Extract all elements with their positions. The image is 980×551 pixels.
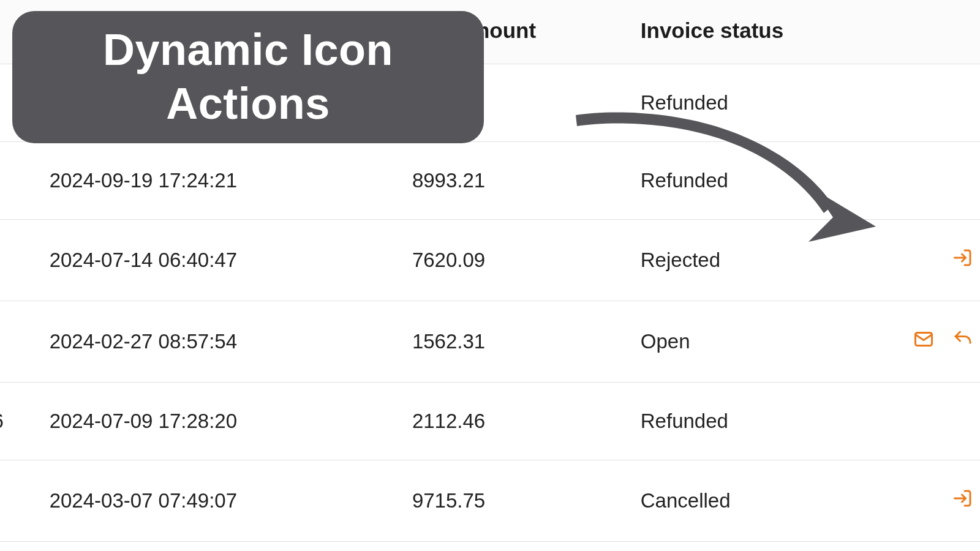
cell-actions	[857, 142, 980, 220]
cell-date: 2024-03-07 07:49:07	[37, 460, 400, 542]
cell-date: 2024-02-27 08:57:54	[37, 301, 400, 383]
table-row[interactable]: 48 2024-07-14 06:40:47 7620.09 Rejected	[0, 220, 980, 301]
cell-date: 2024-09-19 17:24:21	[37, 142, 400, 220]
cell-actions	[857, 220, 980, 301]
cell-actions	[857, 383, 980, 460]
cell-amount: 1562.31	[400, 301, 628, 383]
cell-partial: 47	[0, 142, 37, 220]
table-row[interactable]: 47 2024-09-19 17:24:21 8993.21 Refunded	[0, 142, 980, 220]
cell-amount: 7620.09	[400, 220, 628, 301]
cell-partial: 04	[0, 460, 37, 542]
cell-status: Refunded	[628, 142, 857, 220]
enter-icon[interactable]	[952, 247, 974, 269]
table-row[interactable]: 04 2024-03-07 07:49:07 9715.75 Cancelled	[0, 460, 980, 542]
table-row[interactable]: :26 2024-07-09 17:28:20 2112.46 Refunded	[0, 383, 980, 460]
mail-icon[interactable]	[913, 328, 935, 350]
cell-status: Refunded	[628, 383, 857, 460]
table-row[interactable]: 26 2024-02-27 08:57:54 1562.31 Open	[0, 301, 980, 383]
overlay-title-text: Dynamic Icon Actions	[31, 23, 466, 131]
cell-actions	[857, 64, 980, 142]
cell-status: Refunded	[628, 64, 857, 142]
cell-actions	[857, 301, 980, 383]
cell-partial: 48	[0, 220, 37, 301]
cell-amount: 8993.21	[400, 142, 628, 220]
cell-amount: 2112.46	[400, 383, 628, 460]
cell-status: Cancelled	[628, 460, 857, 542]
cell-date: 2024-07-14 06:40:47	[37, 220, 400, 301]
cell-partial: :26	[0, 383, 37, 460]
header-invoice-status[interactable]: Invoice status	[628, 0, 857, 64]
overlay-title-badge: Dynamic Icon Actions	[12, 11, 484, 143]
enter-icon[interactable]	[952, 487, 974, 509]
header-actions	[857, 0, 980, 64]
cell-partial: 26	[0, 301, 37, 383]
undo-icon[interactable]	[952, 328, 974, 350]
cell-amount: 9715.75	[400, 460, 628, 542]
cell-actions	[857, 460, 980, 542]
cell-date: 2024-07-09 17:28:20	[37, 383, 400, 460]
cell-status: Open	[628, 301, 857, 383]
cell-status: Rejected	[628, 220, 857, 301]
